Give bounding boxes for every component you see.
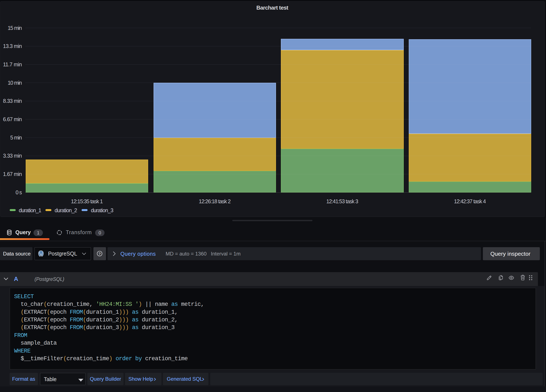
svg-text:5 min: 5 min bbox=[10, 135, 22, 141]
svg-text:?: ? bbox=[98, 252, 101, 256]
svg-text:12:26:18 task 2: 12:26:18 task 2 bbox=[199, 198, 231, 204]
svg-text:duration_2: duration_2 bbox=[55, 207, 77, 213]
svg-text:duration_3: duration_3 bbox=[91, 207, 113, 213]
svg-text:Barchart test: Barchart test bbox=[256, 5, 288, 11]
svg-text:1.67 min: 1.67 min bbox=[3, 171, 22, 177]
svg-text:3.33 min: 3.33 min bbox=[3, 153, 22, 159]
svg-text:10 min: 10 min bbox=[8, 80, 22, 86]
svg-text:12:41:53 task 3: 12:41:53 task 3 bbox=[326, 198, 358, 204]
svg-text:6.67 min: 6.67 min bbox=[3, 116, 22, 122]
svg-text:8.33 min: 8.33 min bbox=[3, 98, 22, 104]
svg-text:12:15:35 task 1: 12:15:35 task 1 bbox=[71, 198, 103, 204]
svg-text:0 s: 0 s bbox=[16, 189, 22, 195]
svg-text:duration_1: duration_1 bbox=[19, 207, 41, 213]
svg-text:12:42:37 task 4: 12:42:37 task 4 bbox=[454, 198, 486, 204]
svg-text:15 min: 15 min bbox=[8, 25, 22, 31]
svg-text:13.3 min: 13.3 min bbox=[3, 43, 22, 49]
svg-text:11.7 min: 11.7 min bbox=[3, 61, 22, 67]
